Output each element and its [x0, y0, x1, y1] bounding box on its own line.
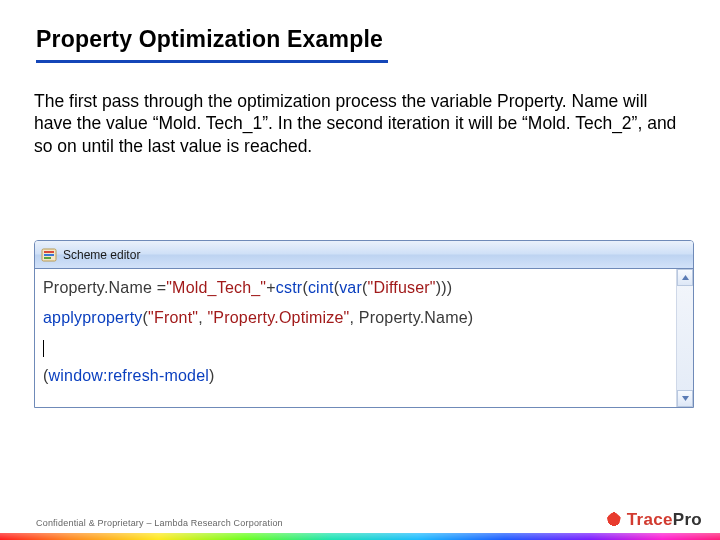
code-token: Property.Name: [359, 309, 468, 326]
window-title-text: Scheme editor: [63, 248, 140, 262]
code-token: =: [152, 279, 166, 296]
scroll-up-button[interactable]: [677, 269, 693, 286]
code-token-string: "Front": [148, 309, 198, 326]
code-token-fn: cstr: [276, 279, 303, 296]
rainbow-bar: [0, 533, 720, 540]
code-line-1: Property.Name ="Mold_Tech_"+cstr(cint(va…: [43, 279, 685, 297]
code-token: ))): [436, 279, 453, 296]
body-paragraph: The first pass through the optimization …: [34, 90, 682, 157]
code-token: ,: [350, 309, 359, 326]
code-token-fn: applyproperty: [43, 309, 143, 326]
app-icon: [41, 247, 57, 263]
slide: Property Optimization Example The first …: [0, 0, 720, 540]
code-token-string: "Mold_Tech_": [166, 279, 266, 296]
svg-rect-2: [44, 254, 54, 256]
code-token: ): [468, 309, 474, 326]
code-token: ): [209, 367, 215, 384]
tracepro-logo: TracePro: [605, 510, 702, 530]
code-caret-line: [43, 339, 685, 357]
code-token: Property.Name: [43, 279, 152, 296]
scheme-editor-window: Scheme editor Property.Name ="Mold_Tech_…: [34, 240, 694, 408]
scroll-down-button[interactable]: [677, 390, 693, 407]
logo-text-trace: Trace: [627, 510, 673, 529]
page-title: Property Optimization Example: [36, 26, 684, 53]
code-token-keyword: window:refresh-model: [49, 367, 210, 384]
code-token: +: [266, 279, 276, 296]
code-token-string: "Property.Optimize": [207, 309, 349, 326]
code-token-string: "Diffuser": [368, 279, 436, 296]
svg-rect-3: [44, 257, 51, 259]
text-caret: [43, 340, 44, 357]
title-underline: [36, 60, 388, 63]
confidential-footer: Confidential & Proprietary – Lambda Rese…: [36, 518, 283, 528]
vertical-scrollbar[interactable]: [676, 269, 693, 407]
editor-body[interactable]: Property.Name ="Mold_Tech_"+cstr(cint(va…: [35, 269, 693, 407]
code-line-2: applyproperty("Front", "Property.Optimiz…: [43, 309, 685, 327]
logo-mark-icon: [605, 511, 623, 529]
code-token-fn: var: [339, 279, 362, 296]
code-token-fn: cint: [308, 279, 334, 296]
svg-rect-1: [44, 251, 54, 253]
window-titlebar[interactable]: Scheme editor: [35, 241, 693, 269]
logo-text: TracePro: [627, 510, 702, 530]
logo-text-pro: Pro: [673, 510, 702, 529]
code-line-3: (window:refresh-model): [43, 367, 685, 385]
